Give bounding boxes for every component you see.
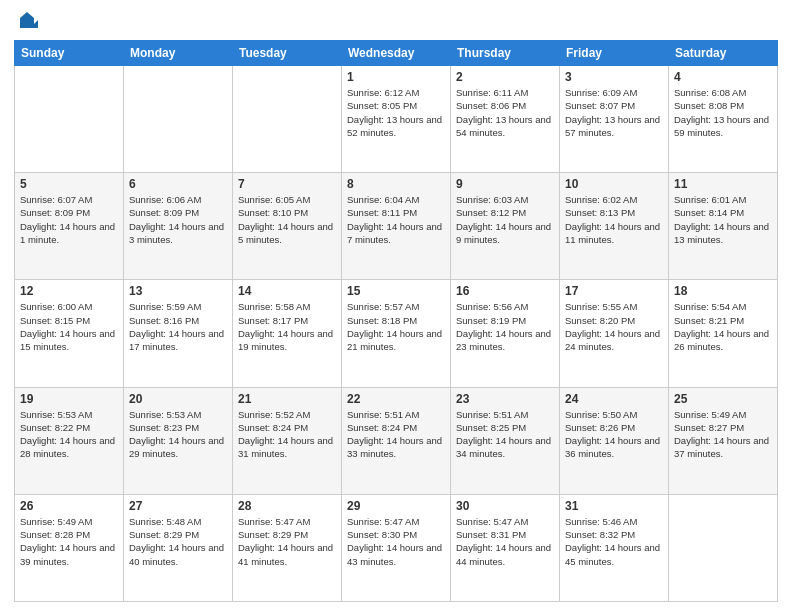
day-number: 29: [347, 499, 445, 513]
calendar-week-row: 12Sunrise: 6:00 AMSunset: 8:15 PMDayligh…: [15, 280, 778, 387]
weekday-header-tuesday: Tuesday: [233, 41, 342, 66]
calendar-cell: [124, 66, 233, 173]
day-info: Sunrise: 5:47 AMSunset: 8:30 PMDaylight:…: [347, 515, 445, 568]
weekday-header-thursday: Thursday: [451, 41, 560, 66]
day-info: Sunrise: 5:51 AMSunset: 8:25 PMDaylight:…: [456, 408, 554, 461]
day-info: Sunrise: 5:46 AMSunset: 8:32 PMDaylight:…: [565, 515, 663, 568]
day-info: Sunrise: 5:51 AMSunset: 8:24 PMDaylight:…: [347, 408, 445, 461]
calendar-cell: 14Sunrise: 5:58 AMSunset: 8:17 PMDayligh…: [233, 280, 342, 387]
day-info: Sunrise: 6:00 AMSunset: 8:15 PMDaylight:…: [20, 300, 118, 353]
calendar-week-row: 1Sunrise: 6:12 AMSunset: 8:05 PMDaylight…: [15, 66, 778, 173]
calendar-cell: 2Sunrise: 6:11 AMSunset: 8:06 PMDaylight…: [451, 66, 560, 173]
calendar-cell: 12Sunrise: 6:00 AMSunset: 8:15 PMDayligh…: [15, 280, 124, 387]
calendar-cell: 23Sunrise: 5:51 AMSunset: 8:25 PMDayligh…: [451, 387, 560, 494]
day-number: 3: [565, 70, 663, 84]
day-number: 25: [674, 392, 772, 406]
calendar-cell: 16Sunrise: 5:56 AMSunset: 8:19 PMDayligh…: [451, 280, 560, 387]
day-number: 31: [565, 499, 663, 513]
day-info: Sunrise: 5:49 AMSunset: 8:28 PMDaylight:…: [20, 515, 118, 568]
calendar-cell: 5Sunrise: 6:07 AMSunset: 8:09 PMDaylight…: [15, 173, 124, 280]
calendar-cell: 13Sunrise: 5:59 AMSunset: 8:16 PMDayligh…: [124, 280, 233, 387]
day-info: Sunrise: 5:57 AMSunset: 8:18 PMDaylight:…: [347, 300, 445, 353]
day-info: Sunrise: 5:55 AMSunset: 8:20 PMDaylight:…: [565, 300, 663, 353]
day-info: Sunrise: 5:59 AMSunset: 8:16 PMDaylight:…: [129, 300, 227, 353]
day-info: Sunrise: 6:01 AMSunset: 8:14 PMDaylight:…: [674, 193, 772, 246]
day-info: Sunrise: 5:56 AMSunset: 8:19 PMDaylight:…: [456, 300, 554, 353]
day-number: 19: [20, 392, 118, 406]
weekday-header-friday: Friday: [560, 41, 669, 66]
calendar-cell: 28Sunrise: 5:47 AMSunset: 8:29 PMDayligh…: [233, 494, 342, 601]
day-number: 8: [347, 177, 445, 191]
day-info: Sunrise: 5:53 AMSunset: 8:22 PMDaylight:…: [20, 408, 118, 461]
logo-icon: [16, 10, 38, 32]
day-number: 14: [238, 284, 336, 298]
calendar-cell: 21Sunrise: 5:52 AMSunset: 8:24 PMDayligh…: [233, 387, 342, 494]
day-number: 28: [238, 499, 336, 513]
day-number: 16: [456, 284, 554, 298]
day-number: 17: [565, 284, 663, 298]
calendar-week-row: 19Sunrise: 5:53 AMSunset: 8:22 PMDayligh…: [15, 387, 778, 494]
weekday-header-saturday: Saturday: [669, 41, 778, 66]
calendar-cell: 20Sunrise: 5:53 AMSunset: 8:23 PMDayligh…: [124, 387, 233, 494]
day-number: 15: [347, 284, 445, 298]
day-number: 18: [674, 284, 772, 298]
calendar-cell: 10Sunrise: 6:02 AMSunset: 8:13 PMDayligh…: [560, 173, 669, 280]
calendar-cell: [233, 66, 342, 173]
calendar-cell: 25Sunrise: 5:49 AMSunset: 8:27 PMDayligh…: [669, 387, 778, 494]
day-info: Sunrise: 6:12 AMSunset: 8:05 PMDaylight:…: [347, 86, 445, 139]
day-number: 7: [238, 177, 336, 191]
day-info: Sunrise: 5:48 AMSunset: 8:29 PMDaylight:…: [129, 515, 227, 568]
day-number: 6: [129, 177, 227, 191]
calendar-cell: 17Sunrise: 5:55 AMSunset: 8:20 PMDayligh…: [560, 280, 669, 387]
day-info: Sunrise: 5:54 AMSunset: 8:21 PMDaylight:…: [674, 300, 772, 353]
day-number: 12: [20, 284, 118, 298]
day-number: 30: [456, 499, 554, 513]
day-info: Sunrise: 5:58 AMSunset: 8:17 PMDaylight:…: [238, 300, 336, 353]
calendar-table: SundayMondayTuesdayWednesdayThursdayFrid…: [14, 40, 778, 602]
day-info: Sunrise: 6:11 AMSunset: 8:06 PMDaylight:…: [456, 86, 554, 139]
day-info: Sunrise: 6:09 AMSunset: 8:07 PMDaylight:…: [565, 86, 663, 139]
day-info: Sunrise: 6:07 AMSunset: 8:09 PMDaylight:…: [20, 193, 118, 246]
svg-marker-0: [20, 12, 34, 28]
weekday-header-row: SundayMondayTuesdayWednesdayThursdayFrid…: [15, 41, 778, 66]
day-info: Sunrise: 5:47 AMSunset: 8:31 PMDaylight:…: [456, 515, 554, 568]
calendar-cell: 27Sunrise: 5:48 AMSunset: 8:29 PMDayligh…: [124, 494, 233, 601]
day-info: Sunrise: 6:08 AMSunset: 8:08 PMDaylight:…: [674, 86, 772, 139]
day-info: Sunrise: 6:04 AMSunset: 8:11 PMDaylight:…: [347, 193, 445, 246]
calendar-cell: 11Sunrise: 6:01 AMSunset: 8:14 PMDayligh…: [669, 173, 778, 280]
logo: [14, 10, 38, 32]
day-number: 13: [129, 284, 227, 298]
day-number: 21: [238, 392, 336, 406]
calendar-cell: 1Sunrise: 6:12 AMSunset: 8:05 PMDaylight…: [342, 66, 451, 173]
calendar-cell: 24Sunrise: 5:50 AMSunset: 8:26 PMDayligh…: [560, 387, 669, 494]
weekday-header-monday: Monday: [124, 41, 233, 66]
weekday-header-sunday: Sunday: [15, 41, 124, 66]
calendar-cell: 19Sunrise: 5:53 AMSunset: 8:22 PMDayligh…: [15, 387, 124, 494]
header: [14, 10, 778, 32]
calendar-cell: [669, 494, 778, 601]
day-number: 5: [20, 177, 118, 191]
day-number: 26: [20, 499, 118, 513]
calendar-cell: 7Sunrise: 6:05 AMSunset: 8:10 PMDaylight…: [233, 173, 342, 280]
calendar-cell: 29Sunrise: 5:47 AMSunset: 8:30 PMDayligh…: [342, 494, 451, 601]
calendar-cell: 18Sunrise: 5:54 AMSunset: 8:21 PMDayligh…: [669, 280, 778, 387]
day-info: Sunrise: 5:50 AMSunset: 8:26 PMDaylight:…: [565, 408, 663, 461]
calendar-cell: 15Sunrise: 5:57 AMSunset: 8:18 PMDayligh…: [342, 280, 451, 387]
day-number: 9: [456, 177, 554, 191]
calendar-cell: 8Sunrise: 6:04 AMSunset: 8:11 PMDaylight…: [342, 173, 451, 280]
day-info: Sunrise: 6:06 AMSunset: 8:09 PMDaylight:…: [129, 193, 227, 246]
calendar-cell: 4Sunrise: 6:08 AMSunset: 8:08 PMDaylight…: [669, 66, 778, 173]
calendar-week-row: 26Sunrise: 5:49 AMSunset: 8:28 PMDayligh…: [15, 494, 778, 601]
day-info: Sunrise: 5:52 AMSunset: 8:24 PMDaylight:…: [238, 408, 336, 461]
calendar-cell: 22Sunrise: 5:51 AMSunset: 8:24 PMDayligh…: [342, 387, 451, 494]
day-info: Sunrise: 5:49 AMSunset: 8:27 PMDaylight:…: [674, 408, 772, 461]
day-number: 27: [129, 499, 227, 513]
day-number: 22: [347, 392, 445, 406]
day-info: Sunrise: 5:53 AMSunset: 8:23 PMDaylight:…: [129, 408, 227, 461]
day-number: 23: [456, 392, 554, 406]
calendar-cell: 9Sunrise: 6:03 AMSunset: 8:12 PMDaylight…: [451, 173, 560, 280]
weekday-header-wednesday: Wednesday: [342, 41, 451, 66]
day-number: 4: [674, 70, 772, 84]
day-info: Sunrise: 6:03 AMSunset: 8:12 PMDaylight:…: [456, 193, 554, 246]
day-number: 11: [674, 177, 772, 191]
